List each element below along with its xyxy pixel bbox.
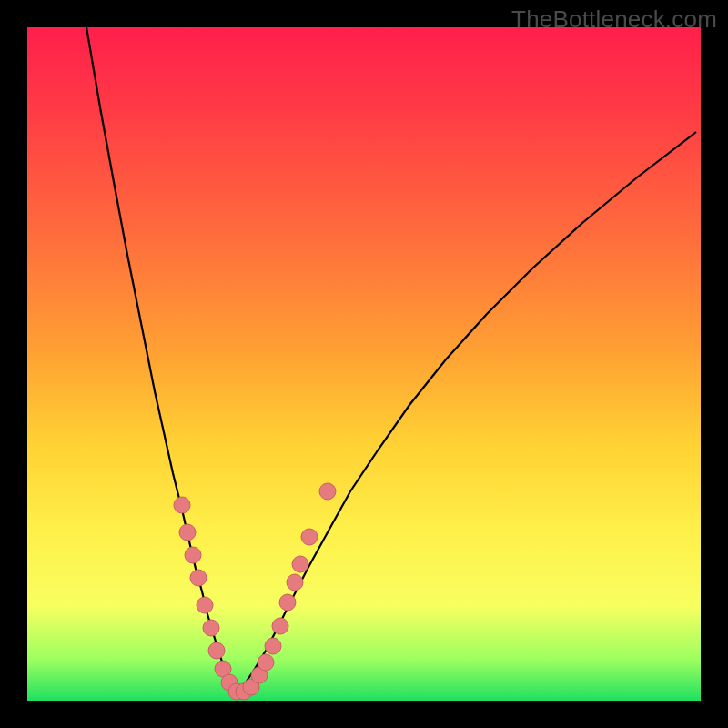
data-marker	[174, 497, 190, 513]
data-marker	[319, 483, 336, 500]
data-marker	[301, 529, 318, 545]
data-marker	[179, 524, 196, 541]
data-marker	[287, 574, 303, 591]
data-marker	[258, 654, 274, 671]
data-marker	[272, 618, 288, 634]
data-marker	[190, 570, 207, 586]
curve-right	[237, 132, 696, 692]
data-marker	[203, 620, 219, 636]
data-marker	[265, 638, 281, 654]
curve-left	[86, 27, 237, 692]
data-marker	[185, 547, 201, 563]
plot-area	[27, 27, 701, 701]
curve-svg	[27, 27, 701, 701]
chart-frame: TheBottleneck.com	[0, 0, 728, 728]
data-marker	[279, 594, 296, 611]
data-marker	[208, 642, 225, 659]
data-marker	[197, 597, 213, 613]
data-marker	[292, 556, 308, 572]
